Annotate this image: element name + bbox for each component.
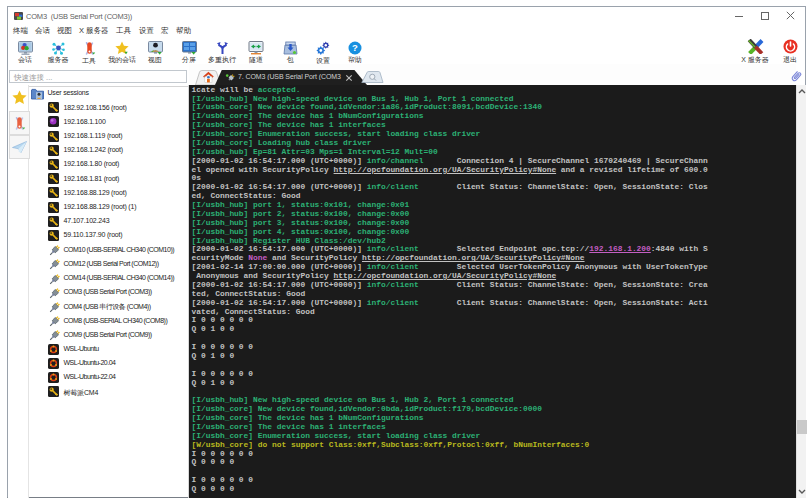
svg-text:?: ?	[352, 42, 358, 53]
